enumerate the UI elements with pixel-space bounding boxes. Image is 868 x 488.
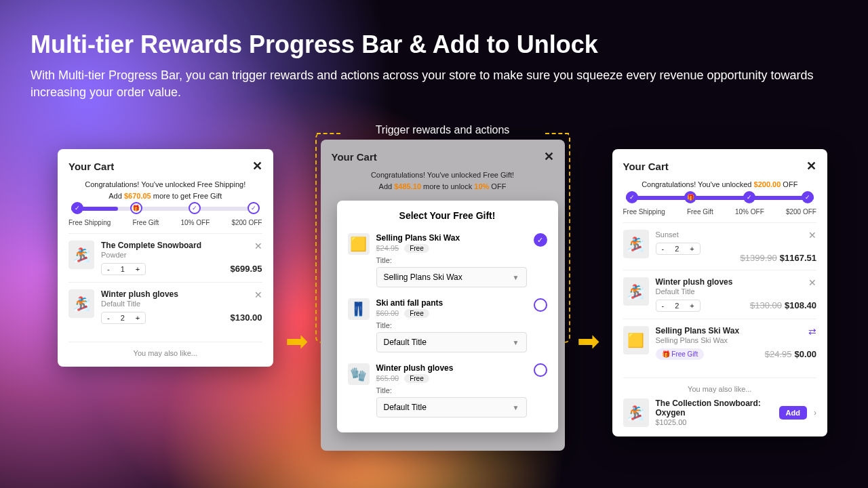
chevron-down-icon: ▼ [513, 339, 519, 346]
arrow-icon: ➡ [285, 325, 309, 357]
tier-label: $200 OFF [786, 208, 816, 216]
cart-title: Your Cart [623, 161, 669, 172]
remove-icon[interactable]: ✕ [808, 230, 816, 241]
qty-value: 1 [115, 264, 130, 274]
item-price: $699.95 [231, 264, 262, 274]
gift-option[interactable]: 🟨 Selling Plans Ski Wax $24.95Free Title… [348, 228, 547, 293]
variant-label: Title: [376, 256, 527, 264]
tier-label: Free Gift [132, 219, 159, 226]
tier-dot: ✓ [248, 202, 260, 214]
progress-bar: ✓🎁✓✓ [71, 207, 260, 211]
qty-minus[interactable]: - [656, 243, 670, 254]
gift-title: Winter plush gloves [376, 363, 527, 373]
qty-plus[interactable]: + [130, 264, 145, 274]
gift-title: Ski anti fall pants [376, 298, 527, 308]
product-thumb: 👖 [348, 298, 370, 320]
variant-select[interactable]: Default Title▼ [376, 397, 527, 418]
variant-label: Title: [376, 386, 527, 394]
cart-title: Your Cart [332, 151, 377, 163]
qty-value: 2 [669, 300, 684, 311]
tier-dot: ✓ [743, 191, 755, 203]
tier-label: 10% OFF [735, 208, 764, 216]
tier-dot: ✓ [71, 202, 83, 214]
tier-dot: 🎁 [684, 191, 696, 203]
add-button[interactable]: Add [779, 406, 807, 420]
product-thumb: 🏂 [68, 241, 94, 269]
item-variant: Default Title [101, 300, 224, 308]
quantity-stepper[interactable]: -1+ [101, 263, 146, 275]
cart-item: 🏂 The Complete Snowboard Powder -1+ ✕ $6… [68, 233, 262, 282]
you-may-also-like: You may also like... [623, 378, 817, 393]
popup-heading: Select Your Free Gift! [348, 210, 547, 221]
product-thumb: 🏂 [623, 230, 649, 258]
gift-option[interactable]: 🧤 Winter plush gloves $65.00Free Title: … [348, 358, 547, 423]
item-title: Winter plush gloves [101, 289, 224, 299]
cart-panel-1: Your Cart✕ Congratulations! You've unloc… [58, 149, 273, 367]
remove-icon[interactable]: ✕ [254, 289, 262, 300]
page-subtitle: With Multi-tier Progress Bar, you can tr… [31, 67, 824, 101]
tier-labels: Free ShippingFree Gift10% OFF$200 OFF [68, 219, 262, 226]
swap-icon[interactable]: ⇄ [808, 326, 816, 337]
qty-minus[interactable]: - [102, 264, 115, 274]
gift-radio[interactable]: ✓ [534, 233, 547, 247]
qty-plus[interactable]: + [684, 243, 699, 254]
product-thumb: 🧤 [348, 363, 370, 385]
quantity-stepper[interactable]: -2+ [656, 243, 701, 255]
item-variant: Default Title [656, 287, 744, 296]
chevron-down-icon: ▼ [513, 404, 519, 411]
item-price: $130.00$108.40 [750, 300, 816, 310]
you-may-also-like: You may also like... [68, 342, 262, 357]
congrats-hint: Add $670.05 more to get Free Gift [68, 190, 262, 202]
upsell-price: $1025.00 [656, 418, 772, 426]
gift-radio[interactable] [534, 363, 547, 377]
qty-value: 2 [115, 312, 130, 323]
cart-item: 🏂 Sunset -2+ ✕ $1399.90$1167.51 [623, 222, 817, 270]
item-variant: Sunset [656, 230, 734, 239]
gift-option[interactable]: 👖 Ski anti fall pants $60.00Free Title: … [348, 293, 547, 358]
qty-value: 2 [669, 243, 684, 254]
item-variant: Powder [101, 251, 224, 259]
cart-item: 🏂 Winter plush gloves Default Title -2+ … [623, 270, 817, 319]
quantity-stepper[interactable]: -2+ [656, 300, 701, 312]
product-thumb: 🟨 [348, 233, 370, 255]
cart-item: 🟨 Selling Plans Ski Wax Selling Plans Sk… [623, 319, 817, 367]
quantity-stepper[interactable]: -2+ [101, 312, 146, 324]
tier-label: 10% OFF [180, 219, 210, 226]
progress-bar: ✓🎁✓✓ [626, 196, 814, 200]
tier-labels: Free ShippingFree Gift10% OFF$200 OFF [623, 208, 817, 216]
qty-minus[interactable]: - [102, 312, 115, 323]
tier-dot: ✓ [802, 191, 814, 203]
tier-dot: 🎁 [130, 202, 142, 214]
gift-price: $24.95Free [376, 244, 527, 252]
remove-icon[interactable]: ✕ [254, 241, 262, 251]
item-price: $24.95$0.00 [765, 349, 816, 359]
congrats-hint: Add $485.10 more to unlock 10% OFF [332, 181, 554, 192]
gift-radio[interactable] [534, 298, 547, 312]
item-price: $1399.90$1167.51 [741, 253, 816, 263]
cart-item: 🏂 Winter plush gloves Default Title -2+ … [68, 282, 262, 331]
tier-label: Free Shipping [68, 219, 111, 226]
gift-price: $65.00Free [376, 374, 527, 382]
qty-plus[interactable]: + [684, 300, 699, 311]
chevron-right-icon[interactable]: › [814, 408, 816, 418]
tier-label: $200 OFF [231, 219, 262, 226]
variant-select[interactable]: Default Title▼ [376, 332, 527, 352]
product-thumb: 🏂 [68, 289, 94, 318]
congrats-line: Congratulations! You've unlocked Free Gi… [332, 169, 554, 181]
tier-label: Free Gift [687, 208, 713, 216]
item-title: The Complete Snowboard [101, 241, 224, 250]
tier-dot: ✓ [189, 202, 201, 214]
remove-icon[interactable]: ✕ [808, 277, 816, 288]
variant-select[interactable]: Selling Plans Ski Wax▼ [376, 267, 527, 287]
free-gift-popup: Select Your Free Gift! 🟨 Selling Plans S… [337, 201, 558, 432]
upsell-title: The Collection Snowboard: Oxygen [656, 399, 772, 418]
page-title: Multi-tier Rewards Progress Bar & Add to… [31, 30, 837, 59]
close-icon[interactable]: ✕ [806, 159, 816, 174]
qty-minus[interactable]: - [656, 300, 670, 311]
tier-dot: ✓ [626, 191, 638, 203]
close-icon[interactable]: ✕ [544, 149, 554, 164]
product-thumb: 🏂 [623, 277, 649, 306]
gift-price: $60.00Free [376, 309, 527, 317]
close-icon[interactable]: ✕ [252, 159, 262, 174]
qty-plus[interactable]: + [130, 312, 145, 323]
